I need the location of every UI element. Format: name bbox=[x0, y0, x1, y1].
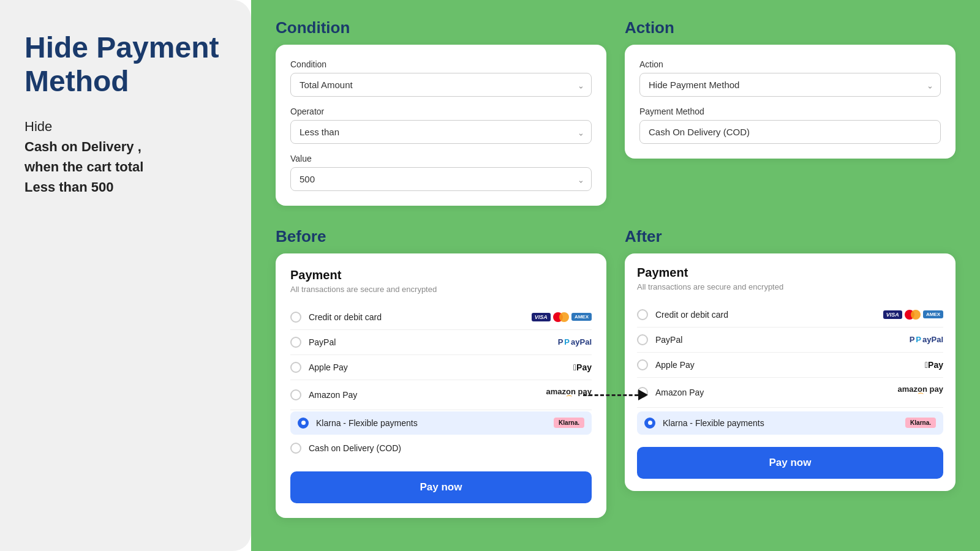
operator-select-wrapper: Less than bbox=[290, 120, 592, 144]
after-payment-subtitle: All transactions are secure and encrypte… bbox=[637, 282, 943, 291]
after-radio-credit bbox=[637, 309, 648, 320]
after-radio-klarna bbox=[644, 418, 655, 429]
after-payment-card: Payment All transactions are secure and … bbox=[625, 253, 956, 491]
before-payment-item-paypal[interactable]: PayPal PPayPal bbox=[290, 330, 592, 355]
after-radio-paypal bbox=[637, 334, 648, 345]
before-payment-item-cod[interactable]: Cash on Delivery (COD) bbox=[290, 436, 592, 460]
before-section: Before Payment All transactions are secu… bbox=[276, 227, 606, 518]
condition-select[interactable]: Total Amount bbox=[290, 73, 592, 97]
after-paypal-icon: PPayPal bbox=[910, 335, 943, 344]
value-select[interactable]: 500 bbox=[290, 167, 592, 191]
condition-section: Condition Condition Total Amount Operato… bbox=[276, 18, 606, 206]
after-amex-icon: AMEX bbox=[923, 310, 943, 318]
after-amazonpay-icon: amazon pay⌒ bbox=[898, 384, 943, 400]
condition-title: Condition bbox=[276, 18, 606, 37]
condition-label: Condition bbox=[290, 59, 592, 69]
after-payment-item-paypal[interactable]: PayPal PPayPal bbox=[637, 328, 943, 353]
payment-method-label: Payment Method bbox=[639, 107, 941, 116]
before-pay-button[interactable]: Pay now bbox=[290, 471, 592, 503]
after-title: After bbox=[625, 227, 956, 246]
after-payment-item-applepay[interactable]: Apple Pay Pay bbox=[637, 353, 943, 378]
before-payment-item-credit[interactable]: Credit or debit card VISA AMEX bbox=[290, 305, 592, 330]
mastercard-icon bbox=[553, 312, 569, 322]
amex-icon: AMEX bbox=[571, 313, 592, 321]
right-panel: Condition Condition Total Amount Operato… bbox=[251, 0, 980, 551]
after-radio-amazonpay bbox=[637, 387, 648, 398]
amazonpay-icon: amazon pay⌒ bbox=[546, 387, 592, 403]
before-radio-klarna bbox=[298, 418, 309, 429]
before-payment-item-applepay[interactable]: Apple Pay Pay bbox=[290, 355, 592, 380]
action-title: Action bbox=[625, 18, 956, 37]
action-select-wrapper: Hide Payment Method bbox=[639, 73, 941, 97]
after-klarna-icon: Klarna. bbox=[905, 418, 936, 428]
klarna-icon: Klarna. bbox=[554, 418, 584, 428]
value-select-wrapper: 500 bbox=[290, 167, 592, 191]
page-title: Hide Payment Method bbox=[24, 31, 227, 98]
condition-select-wrapper: Total Amount bbox=[290, 73, 592, 97]
before-radio-credit bbox=[290, 312, 301, 323]
before-payment-item-klarna[interactable]: Klarna - Flexible payments Klarna. bbox=[290, 411, 592, 435]
payment-method-input[interactable] bbox=[639, 120, 941, 144]
visa-icon: VISA bbox=[532, 313, 551, 321]
operator-select[interactable]: Less than bbox=[290, 120, 592, 144]
condition-card: Condition Total Amount Operator Less tha… bbox=[276, 45, 606, 206]
after-payment-item-credit[interactable]: Credit or debit card VISA AMEX bbox=[637, 302, 943, 328]
action-card: Action Hide Payment Method Payment Metho… bbox=[625, 45, 956, 159]
paypal-icon: PPayPal bbox=[558, 337, 592, 347]
after-applepay-icon: Pay bbox=[925, 360, 943, 370]
left-panel: Hide Payment Method Hide Cash on Deliver… bbox=[0, 0, 251, 551]
operator-label: Operator bbox=[290, 107, 592, 116]
action-label: Action bbox=[639, 59, 941, 69]
applepay-icon: Pay bbox=[573, 362, 592, 372]
before-payment-item-amazonpay[interactable]: Amazon Pay amazon pay⌒ bbox=[290, 380, 592, 410]
action-section: Action Action Hide Payment Method Paymen… bbox=[625, 18, 956, 159]
after-radio-applepay bbox=[637, 359, 648, 370]
page-description: Hide Cash on Delivery , when the cart to… bbox=[24, 116, 227, 197]
before-payment-subtitle: All transactions are secure and encrypte… bbox=[290, 285, 592, 294]
before-radio-paypal bbox=[290, 337, 301, 348]
after-payment-item-klarna[interactable]: Klarna - Flexible payments Klarna. bbox=[637, 411, 943, 435]
after-payment-title: Payment bbox=[637, 266, 943, 280]
before-radio-cod bbox=[290, 443, 301, 454]
before-payment-card: Payment All transactions are secure and … bbox=[276, 253, 606, 518]
before-radio-applepay bbox=[290, 362, 301, 373]
value-label: Value bbox=[290, 154, 592, 163]
before-radio-amazonpay bbox=[290, 389, 301, 400]
after-visa-icon: VISA bbox=[883, 310, 902, 319]
after-mastercard-icon bbox=[905, 310, 921, 320]
action-select[interactable]: Hide Payment Method bbox=[639, 73, 941, 97]
before-payment-title: Payment bbox=[290, 268, 592, 282]
after-payment-item-amazonpay[interactable]: Amazon Pay amazon pay⌒ bbox=[637, 378, 943, 408]
after-pay-button[interactable]: Pay now bbox=[637, 447, 943, 479]
after-section: After Payment All transactions are secur… bbox=[625, 227, 956, 491]
before-title: Before bbox=[276, 227, 606, 246]
